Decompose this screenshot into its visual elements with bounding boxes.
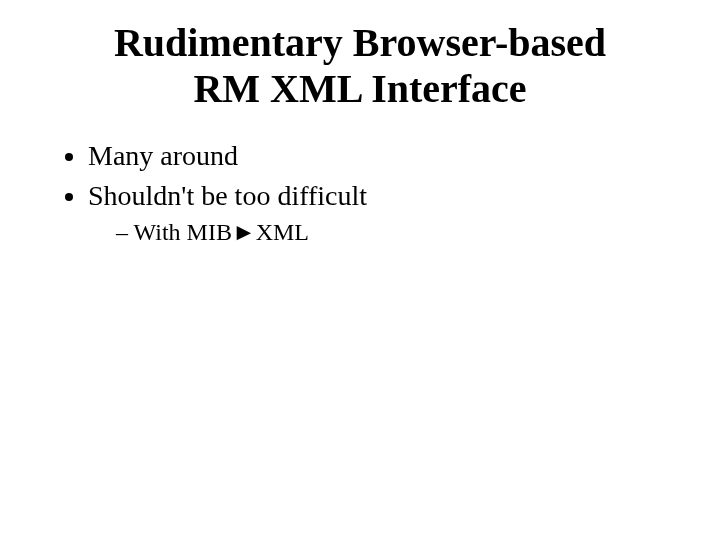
bullet-text: Many around	[88, 140, 238, 171]
title-line-2: RM XML Interface	[193, 66, 526, 111]
list-item: With MIB►XML	[116, 217, 660, 248]
sub-bullet-list: With MIB►XML	[88, 217, 660, 248]
slide-title: Rudimentary Browser-based RM XML Interfa…	[60, 20, 660, 112]
slide: Rudimentary Browser-based RM XML Interfa…	[0, 0, 720, 540]
list-item: Shouldn't be too difficult With MIB►XML	[88, 178, 660, 248]
sub-bullet-text: With MIB►XML	[134, 219, 309, 245]
list-item: Many around	[88, 138, 660, 174]
bullet-list: Many around Shouldn't be too difficult W…	[60, 138, 660, 248]
title-line-1: Rudimentary Browser-based	[114, 20, 606, 65]
bullet-text: Shouldn't be too difficult	[88, 180, 367, 211]
